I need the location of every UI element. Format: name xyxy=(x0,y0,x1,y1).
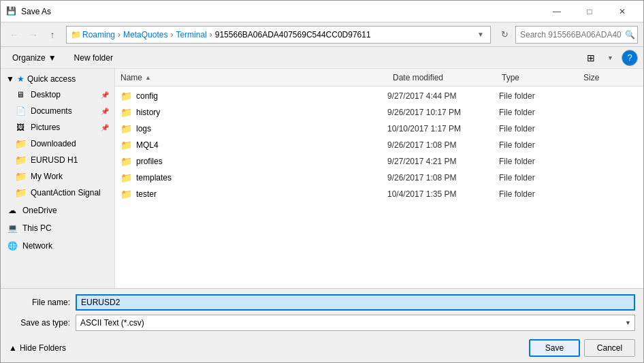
sidebar-item-mywork[interactable]: 📁 My Work xyxy=(1,168,114,185)
file-date-cell: 9/27/2017 4:44 PM xyxy=(387,91,496,101)
crumb-folder-icon: 📁 xyxy=(71,30,81,40)
dialog-icon: 💾 xyxy=(6,6,17,17)
sidebar-item-quantaction[interactable]: 📁 QuantAction Signal xyxy=(1,185,114,201)
close-button[interactable]: ✕ xyxy=(607,1,638,22)
content-area: ▼ ★ Quick access 🖥 Desktop 📌 📄 Documents… xyxy=(1,69,643,288)
up-button[interactable]: ↑ xyxy=(44,27,61,43)
file-name-label: config xyxy=(136,91,158,101)
file-type-cell: File folder xyxy=(499,108,581,117)
desktop-label: Desktop xyxy=(31,90,97,99)
network-icon: 🌐 xyxy=(6,241,18,251)
pin-icon-3: 📌 xyxy=(101,124,109,131)
table-row[interactable]: 📁 history 9/26/2017 10:17 PM File folder xyxy=(115,104,643,121)
file-date-cell: 9/27/2017 4:21 PM xyxy=(387,157,496,166)
window-controls: — □ ✕ xyxy=(541,1,638,22)
save-as-dialog: 💾 Save As — □ ✕ ← → ↑ 📁 Roaming › MetaQu… xyxy=(0,0,644,363)
column-size[interactable]: Size xyxy=(583,73,638,82)
dialog-title: Save As xyxy=(21,7,541,16)
table-row[interactable]: 📁 MQL4 9/26/2017 1:08 PM File folder xyxy=(115,137,643,153)
maximize-button[interactable]: □ xyxy=(574,1,605,22)
folder-icon: 📁 xyxy=(120,107,132,118)
cancel-button[interactable]: Cancel xyxy=(584,339,635,357)
main-content: Name ▲ Date modified Type Size 📁 config xyxy=(115,69,643,288)
folder-icon: 📁 xyxy=(120,172,132,183)
back-button[interactable]: ← xyxy=(6,27,22,43)
search-box[interactable]: 🔍 xyxy=(515,26,638,44)
title-bar: 💾 Save As — □ ✕ xyxy=(1,1,643,22)
file-name-label: profiles xyxy=(136,157,163,166)
file-type-cell: File folder xyxy=(499,91,581,101)
file-date-cell: 9/26/2017 10:17 PM xyxy=(387,108,496,117)
table-row[interactable]: 📁 templates 9/26/2017 1:08 PM File folde… xyxy=(115,170,643,186)
folder-icon: 📁 xyxy=(120,123,132,134)
sort-arrow-icon: ▲ xyxy=(145,74,151,81)
sidebar: ▼ ★ Quick access 🖥 Desktop 📌 📄 Documents… xyxy=(1,69,115,288)
table-row[interactable]: 📁 tester 10/4/2017 1:35 PM File folder xyxy=(115,186,643,202)
sidebar-item-documents[interactable]: 📄 Documents 📌 xyxy=(1,103,114,119)
filetype-wrapper: ASCII Text (*.csv) xyxy=(76,315,635,331)
table-row[interactable]: 📁 profiles 9/27/2017 4:21 PM File folder xyxy=(115,153,643,170)
date-column-label: Date modified xyxy=(393,73,443,82)
sidebar-item-desktop[interactable]: 🖥 Desktop 📌 xyxy=(1,86,114,103)
quick-access-star-icon: ★ xyxy=(17,74,25,84)
hide-arrow-icon: ▲ xyxy=(9,343,17,353)
file-name-cell: 📁 profiles xyxy=(120,156,385,167)
file-name-cell: 📁 history xyxy=(120,107,385,118)
filetype-select[interactable]: ASCII Text (*.csv) xyxy=(76,315,635,331)
file-name-label: templates xyxy=(136,173,172,183)
filetype-row: Save as type: ASCII Text (*.csv) xyxy=(9,315,635,331)
crumb-roaming[interactable]: Roaming xyxy=(82,30,115,40)
sidebar-item-pictures[interactable]: 🖼 Pictures 📌 xyxy=(1,119,114,136)
hide-folders-label: Hide Folders xyxy=(20,343,66,353)
sidebar-item-eurusd[interactable]: 📁 EURUSD H1 xyxy=(1,152,114,168)
quick-access-header[interactable]: ▼ ★ Quick access xyxy=(1,72,114,86)
help-button[interactable]: ? xyxy=(622,50,638,66)
table-row[interactable]: 📁 config 9/27/2017 4:44 PM File folder xyxy=(115,88,643,104)
pictures-icon: 🖼 xyxy=(14,123,27,132)
nav-toolbar: ← → ↑ 📁 Roaming › MetaQuotes › Terminal … xyxy=(1,22,643,47)
search-input[interactable] xyxy=(520,30,622,40)
sidebar-item-downloaded[interactable]: 📁 Downloaded xyxy=(1,136,114,152)
file-date-cell: 9/26/2017 1:08 PM xyxy=(387,173,496,183)
forward-button[interactable]: → xyxy=(25,27,42,43)
minimize-button[interactable]: — xyxy=(541,1,573,22)
thispc-icon: 💻 xyxy=(6,223,18,233)
filename-label: File name: xyxy=(9,298,70,307)
onedrive-icon: ☁ xyxy=(6,206,18,215)
view-button[interactable]: ⊞ xyxy=(580,50,602,66)
crumb-current: 915566BA06ADA407569C544CC0D97611 xyxy=(215,30,371,40)
filename-input[interactable] xyxy=(76,294,635,311)
sidebar-item-network[interactable]: 🌐 Network xyxy=(1,238,114,254)
column-date[interactable]: Date modified xyxy=(393,73,502,82)
mywork-folder-icon: 📁 xyxy=(14,171,27,182)
column-type[interactable]: Type xyxy=(502,73,583,82)
hide-folders-button[interactable]: ▲ Hide Folders xyxy=(9,343,66,353)
file-name-cell: 📁 logs xyxy=(120,123,385,134)
crumb-metaquotes[interactable]: MetaQuotes xyxy=(123,30,167,40)
eurusd-label: EURUSD H1 xyxy=(31,155,109,165)
organize-button[interactable]: Organize ▼ xyxy=(6,50,63,66)
file-date-cell: 10/4/2017 1:35 PM xyxy=(387,189,496,199)
view-arrow-icon[interactable]: ▼ xyxy=(607,54,613,61)
table-row[interactable]: 📁 logs 10/10/2017 1:17 PM File folder xyxy=(115,121,643,137)
save-button[interactable]: Save xyxy=(529,339,580,357)
downloaded-label: Downloaded xyxy=(31,139,109,148)
crumb-terminal[interactable]: Terminal xyxy=(176,30,206,40)
file-list-header: Name ▲ Date modified Type Size xyxy=(115,69,643,86)
organize-label: Organize xyxy=(12,53,46,63)
column-name[interactable]: Name ▲ xyxy=(120,73,393,82)
thispc-label: This PC xyxy=(22,223,109,233)
size-column-label: Size xyxy=(583,73,599,82)
address-bar[interactable]: 📁 Roaming › MetaQuotes › Terminal › 9155… xyxy=(66,26,491,44)
new-folder-button[interactable]: New folder xyxy=(68,50,119,66)
organize-arrow-icon: ▼ xyxy=(48,53,57,63)
sidebar-item-onedrive[interactable]: ☁ OneDrive xyxy=(1,202,114,219)
refresh-button[interactable]: ↻ xyxy=(496,27,513,43)
pin-icon: 📌 xyxy=(101,91,109,99)
quick-access-label: Quick access xyxy=(27,74,76,84)
network-section: 🌐 Network xyxy=(1,238,114,254)
folder-icon: 📁 xyxy=(120,91,132,101)
sidebar-item-thispc[interactable]: 💻 This PC xyxy=(1,220,114,236)
onedrive-label: OneDrive xyxy=(22,206,109,215)
address-dropdown-icon[interactable]: ▼ xyxy=(475,31,486,38)
